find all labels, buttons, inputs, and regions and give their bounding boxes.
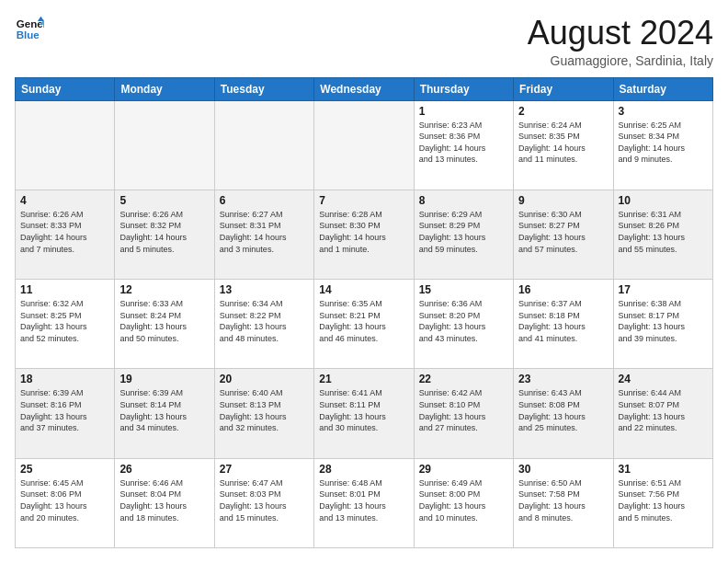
calendar-day-cell: 17Sunrise: 6:38 AM Sunset: 8:17 PM Dayli… [613,280,712,369]
calendar-day-cell: 22Sunrise: 6:42 AM Sunset: 8:10 PM Dayli… [414,369,513,458]
day-number: 30 [518,463,608,476]
day-info: Sunrise: 6:34 AM Sunset: 8:22 PM Dayligh… [220,298,309,344]
calendar-day-cell: 11Sunrise: 6:32 AM Sunset: 8:25 PM Dayli… [16,280,115,369]
day-info: Sunrise: 6:29 AM Sunset: 8:29 PM Dayligh… [419,209,508,255]
day-info: Sunrise: 6:44 AM Sunset: 8:07 PM Dayligh… [619,387,708,433]
location: Guamaggiore, Sardinia, Italy [528,53,713,68]
weekday-header: Saturday [613,77,712,100]
calendar-day-cell: 21Sunrise: 6:41 AM Sunset: 8:11 PM Dayli… [314,369,414,458]
calendar-day-cell: 19Sunrise: 6:39 AM Sunset: 8:14 PM Dayli… [115,369,214,458]
day-number: 6 [220,194,309,207]
day-info: Sunrise: 6:39 AM Sunset: 8:16 PM Dayligh… [20,387,109,433]
calendar-day-cell: 27Sunrise: 6:47 AM Sunset: 8:03 PM Dayli… [214,458,313,547]
day-info: Sunrise: 6:33 AM Sunset: 8:24 PM Dayligh… [119,298,209,344]
day-info: Sunrise: 6:35 AM Sunset: 8:21 PM Dayligh… [319,298,408,344]
day-number: 1 [419,105,508,118]
calendar-day-cell: 15Sunrise: 6:36 AM Sunset: 8:20 PM Dayli… [414,280,513,369]
day-number: 5 [119,194,209,207]
calendar-day-cell: 31Sunrise: 6:51 AM Sunset: 7:56 PM Dayli… [613,458,712,547]
day-number: 28 [319,463,408,476]
day-info: Sunrise: 6:24 AM Sunset: 8:35 PM Dayligh… [518,120,608,166]
day-info: Sunrise: 6:46 AM Sunset: 8:04 PM Dayligh… [119,477,209,523]
day-info: Sunrise: 6:30 AM Sunset: 8:27 PM Dayligh… [518,209,608,255]
day-info: Sunrise: 6:49 AM Sunset: 8:00 PM Dayligh… [419,477,508,523]
calendar-day-cell: 4Sunrise: 6:26 AM Sunset: 8:33 PM Daylig… [16,190,115,279]
day-info: Sunrise: 6:45 AM Sunset: 8:06 PM Dayligh… [20,477,109,523]
calendar-day-cell: 1Sunrise: 6:23 AM Sunset: 8:36 PM Daylig… [414,100,513,190]
month-title: August 2024 [528,15,713,52]
day-info: Sunrise: 6:25 AM Sunset: 8:34 PM Dayligh… [619,120,708,166]
calendar-day-cell: 28Sunrise: 6:48 AM Sunset: 8:01 PM Dayli… [314,458,414,547]
calendar-week-row: 4Sunrise: 6:26 AM Sunset: 8:33 PM Daylig… [16,190,713,279]
day-number: 17 [619,283,708,296]
calendar-day-cell: 16Sunrise: 6:37 AM Sunset: 8:18 PM Dayli… [514,280,613,369]
day-number: 24 [619,373,708,385]
calendar-day-cell [214,100,313,190]
day-info: Sunrise: 6:42 AM Sunset: 8:10 PM Dayligh… [419,387,508,433]
calendar-day-cell: 13Sunrise: 6:34 AM Sunset: 8:22 PM Dayli… [214,280,313,369]
svg-text:Blue: Blue [17,29,40,40]
page: General Blue August 2024 Guamaggiore, Sa… [0,0,728,563]
day-info: Sunrise: 6:37 AM Sunset: 8:18 PM Dayligh… [518,298,608,344]
calendar-day-cell [314,100,414,190]
day-number: 13 [220,283,309,296]
day-info: Sunrise: 6:40 AM Sunset: 8:13 PM Dayligh… [220,387,309,433]
day-info: Sunrise: 6:23 AM Sunset: 8:36 PM Dayligh… [419,120,508,166]
day-number: 18 [20,373,109,385]
day-info: Sunrise: 6:26 AM Sunset: 8:33 PM Dayligh… [20,209,109,255]
day-number: 4 [20,194,109,207]
day-number: 8 [419,194,508,207]
day-number: 25 [20,463,109,476]
day-number: 2 [518,105,608,118]
calendar-day-cell: 5Sunrise: 6:26 AM Sunset: 8:32 PM Daylig… [115,190,214,279]
weekday-header: Wednesday [314,77,414,100]
day-info: Sunrise: 6:27 AM Sunset: 8:31 PM Dayligh… [220,209,309,255]
calendar-day-cell: 3Sunrise: 6:25 AM Sunset: 8:34 PM Daylig… [613,100,712,190]
day-number: 22 [419,373,508,385]
calendar-day-cell [16,100,115,190]
weekday-header: Friday [514,77,613,100]
day-number: 27 [220,463,309,476]
title-section: August 2024 Guamaggiore, Sardinia, Italy [528,15,713,68]
calendar-day-cell: 8Sunrise: 6:29 AM Sunset: 8:29 PM Daylig… [414,190,513,279]
calendar-day-cell: 12Sunrise: 6:33 AM Sunset: 8:24 PM Dayli… [115,280,214,369]
day-number: 14 [319,283,408,296]
calendar-week-row: 25Sunrise: 6:45 AM Sunset: 8:06 PM Dayli… [16,458,713,547]
calendar-day-cell [115,100,214,190]
logo: General Blue [15,15,44,44]
day-number: 15 [419,283,508,296]
day-number: 29 [419,463,508,476]
weekday-header: Thursday [414,77,513,100]
day-info: Sunrise: 6:36 AM Sunset: 8:20 PM Dayligh… [419,298,508,344]
day-number: 7 [319,194,408,207]
day-info: Sunrise: 6:50 AM Sunset: 7:58 PM Dayligh… [518,477,608,523]
day-info: Sunrise: 6:38 AM Sunset: 8:17 PM Dayligh… [619,298,708,344]
weekday-header: Sunday [16,77,115,100]
calendar-day-cell: 6Sunrise: 6:27 AM Sunset: 8:31 PM Daylig… [214,190,313,279]
calendar-day-cell: 14Sunrise: 6:35 AM Sunset: 8:21 PM Dayli… [314,280,414,369]
calendar-week-row: 1Sunrise: 6:23 AM Sunset: 8:36 PM Daylig… [16,100,713,190]
calendar-table: SundayMondayTuesdayWednesdayThursdayFrid… [15,77,713,548]
calendar-day-cell: 29Sunrise: 6:49 AM Sunset: 8:00 PM Dayli… [414,458,513,547]
weekday-header-row: SundayMondayTuesdayWednesdayThursdayFrid… [16,77,713,100]
day-number: 10 [619,194,708,207]
day-number: 11 [20,283,109,296]
day-info: Sunrise: 6:31 AM Sunset: 8:26 PM Dayligh… [619,209,708,255]
calendar-day-cell: 10Sunrise: 6:31 AM Sunset: 8:26 PM Dayli… [613,190,712,279]
calendar-day-cell: 30Sunrise: 6:50 AM Sunset: 7:58 PM Dayli… [514,458,613,547]
calendar-day-cell: 18Sunrise: 6:39 AM Sunset: 8:16 PM Dayli… [16,369,115,458]
calendar-week-row: 11Sunrise: 6:32 AM Sunset: 8:25 PM Dayli… [16,280,713,369]
day-number: 3 [619,105,708,118]
day-info: Sunrise: 6:39 AM Sunset: 8:14 PM Dayligh… [119,387,209,433]
logo-icon: General Blue [15,15,44,44]
calendar-day-cell: 7Sunrise: 6:28 AM Sunset: 8:30 PM Daylig… [314,190,414,279]
day-number: 23 [518,373,608,385]
day-info: Sunrise: 6:48 AM Sunset: 8:01 PM Dayligh… [319,477,408,523]
calendar-day-cell: 2Sunrise: 6:24 AM Sunset: 8:35 PM Daylig… [514,100,613,190]
day-info: Sunrise: 6:51 AM Sunset: 7:56 PM Dayligh… [619,477,708,523]
day-number: 31 [619,463,708,476]
day-info: Sunrise: 6:26 AM Sunset: 8:32 PM Dayligh… [119,209,209,255]
weekday-header: Tuesday [214,77,313,100]
weekday-header: Monday [115,77,214,100]
calendar-day-cell: 23Sunrise: 6:43 AM Sunset: 8:08 PM Dayli… [514,369,613,458]
